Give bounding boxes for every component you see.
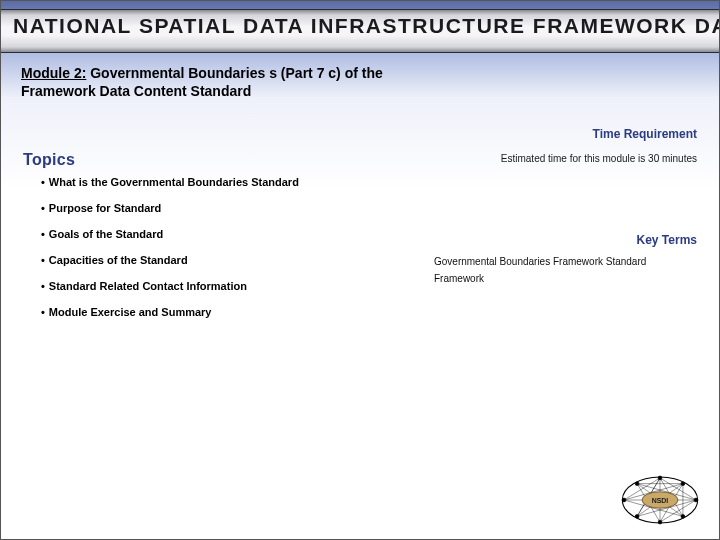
logo-text: NSDI [652, 497, 669, 504]
topics-list: • What is the Governmental Boundaries St… [41, 176, 391, 332]
list-item: • Capacities of the Standard [41, 254, 391, 266]
time-requirement-text: Estimated time for this module is 30 min… [501, 153, 697, 164]
bullet-icon: • [41, 176, 45, 188]
topic-label: Goals of the Standard [49, 228, 163, 240]
topics-heading: Topics [23, 151, 75, 169]
bullet-icon: • [41, 306, 45, 318]
topic-label: Capacities of the Standard [49, 254, 188, 266]
key-terms-heading: Key Terms [637, 233, 697, 247]
topic-label: What is the Governmental Boundaries Stan… [49, 176, 299, 188]
module-title-line2: Framework Data Content Standard [21, 83, 251, 99]
module-title-underlined: Module 2: [21, 65, 86, 81]
bullet-icon: • [41, 202, 45, 214]
bullet-icon: • [41, 228, 45, 240]
list-item: • Goals of the Standard [41, 228, 391, 240]
header-title: NATIONAL SPATIAL DATA INFRASTRUCTURE FRA… [13, 14, 719, 38]
key-term: Framework [434, 270, 699, 287]
topic-label: Module Exercise and Summary [49, 306, 212, 318]
topic-label: Purpose for Standard [49, 202, 161, 214]
topic-label: Standard Related Contact Information [49, 280, 247, 292]
list-item: • Module Exercise and Summary [41, 306, 391, 318]
list-item: • What is the Governmental Boundaries St… [41, 176, 391, 188]
header-band: NATIONAL SPATIAL DATA INFRASTRUCTURE FRA… [1, 9, 719, 53]
key-term: Governmental Boundaries Framework Standa… [434, 253, 699, 270]
module-title: Module 2: Governmental Boundaries s (Par… [21, 65, 421, 100]
list-item: • Purpose for Standard [41, 202, 391, 214]
time-requirement-heading: Time Requirement [593, 127, 697, 141]
module-title-rest1: Governmental Boundaries s (Part 7 c) of … [86, 65, 382, 81]
slide: NATIONAL SPATIAL DATA INFRASTRUCTURE FRA… [0, 0, 720, 540]
nsdi-logo: NSDI [619, 473, 701, 527]
list-item: • Standard Related Contact Information [41, 280, 391, 292]
key-terms-box: Governmental Boundaries Framework Standa… [434, 253, 699, 287]
bullet-icon: • [41, 254, 45, 266]
bullet-icon: • [41, 280, 45, 292]
